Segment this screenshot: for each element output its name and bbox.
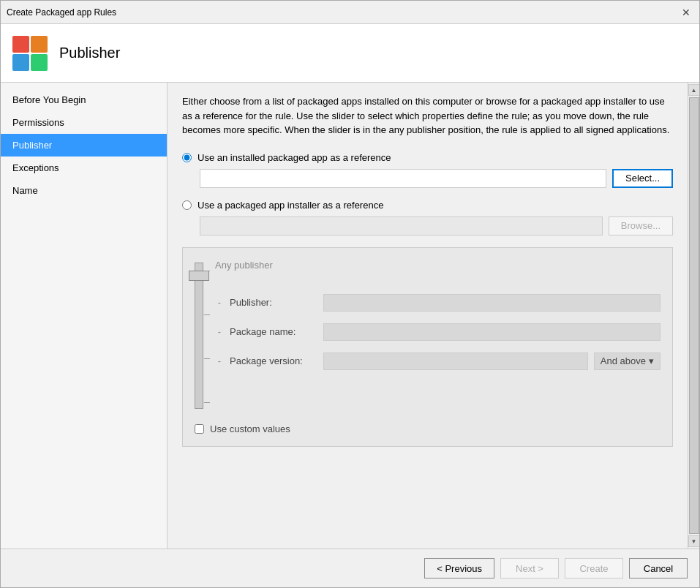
previous-button[interactable]: < Previous	[424, 558, 494, 578]
scroll-down-arrow[interactable]: ▼	[688, 535, 700, 547]
option1-radio-row: Use an installed packaged app as a refer…	[182, 152, 673, 163]
slider-fields: Any publisher - Publisher: - Package nam…	[215, 260, 661, 409]
slider-thumb[interactable]	[189, 271, 209, 281]
create-button[interactable]: Create	[565, 558, 623, 578]
package-name-field-row: - Package name:	[215, 323, 661, 341]
option2-input-row: Browse...	[200, 216, 673, 235]
sidebar-item-before-you-begin[interactable]: Before You Begin	[1, 88, 167, 111]
next-button[interactable]: Next >	[500, 558, 559, 578]
package-version-field-row: - Package version: And above ▾	[215, 353, 661, 370]
window-title: Create Packaged app Rules	[7, 7, 116, 18]
option2-input[interactable]	[200, 216, 603, 235]
option1-radio[interactable]	[182, 153, 192, 162]
publisher-field-row: - Publisher:	[215, 294, 661, 312]
version-dropdown-arrow: ▾	[649, 355, 654, 366]
any-publisher-label: Any publisher	[215, 260, 661, 271]
cancel-button[interactable]: Cancel	[629, 558, 688, 578]
option1-label: Use an installed packaged app as a refer…	[197, 152, 391, 163]
publisher-field-input[interactable]	[323, 294, 661, 312]
version-input-group: And above ▾	[323, 353, 661, 370]
package-name-field-input[interactable]	[323, 323, 661, 341]
main-area: Before You Begin Permissions Publisher E…	[1, 83, 699, 549]
close-button[interactable]: ✕	[679, 5, 693, 20]
option2-radio-row: Use a packaged app installer as a refere…	[182, 200, 673, 211]
app-icon	[12, 36, 48, 71]
publisher-field-label: Publisher:	[230, 297, 317, 308]
package-version-dash: -	[215, 355, 224, 366]
title-bar: Create Packaged app Rules ✕	[1, 1, 699, 24]
icon-cell-4	[31, 54, 48, 71]
option2-radio[interactable]	[182, 200, 192, 210]
main-window: Create Packaged app Rules ✕ Publisher Be…	[0, 0, 700, 588]
header-title: Publisher	[59, 45, 120, 61]
custom-values-label: Use custom values	[210, 423, 290, 434]
package-name-dash: -	[215, 326, 224, 337]
sidebar: Before You Begin Permissions Publisher E…	[1, 83, 168, 549]
option2-label: Use a packaged app installer as a refere…	[197, 200, 383, 211]
package-name-field-label: Package name:	[230, 326, 317, 337]
icon-cell-2	[31, 36, 48, 53]
custom-values-checkbox[interactable]	[195, 424, 204, 434]
slider-track	[195, 263, 203, 409]
sidebar-item-exceptions[interactable]: Exceptions	[1, 157, 167, 179]
sidebar-item-name[interactable]: Name	[1, 179, 167, 202]
version-dropdown[interactable]: And above ▾	[594, 353, 661, 370]
header: Publisher	[1, 24, 699, 83]
scroll-up-arrow[interactable]: ▲	[688, 84, 700, 96]
scroll-thumb[interactable]	[689, 97, 699, 534]
icon-cell-3	[12, 54, 29, 71]
option1-input-row: Select...	[200, 169, 673, 188]
sidebar-item-publisher[interactable]: Publisher	[1, 134, 167, 157]
footer: < Previous Next > Create Cancel	[1, 549, 699, 587]
package-version-field-label: Package version:	[230, 355, 317, 366]
content-area: Either choose from a list of packaged ap…	[168, 83, 688, 549]
version-dropdown-label: And above	[601, 355, 646, 366]
icon-cell-1	[12, 36, 29, 53]
description-text: Either choose from a list of packaged ap…	[182, 94, 673, 137]
browse-button[interactable]: Browse...	[609, 216, 673, 235]
slider-section: Any publisher - Publisher: - Package nam…	[182, 247, 673, 447]
publisher-dash: -	[215, 297, 224, 308]
option1-input[interactable]	[200, 169, 606, 188]
scrollbar: ▲ ▼	[688, 83, 699, 549]
sidebar-item-permissions[interactable]: Permissions	[1, 111, 167, 134]
select-button[interactable]: Select...	[612, 169, 673, 188]
version-input[interactable]	[323, 353, 588, 370]
custom-values-row: Use custom values	[195, 423, 661, 434]
